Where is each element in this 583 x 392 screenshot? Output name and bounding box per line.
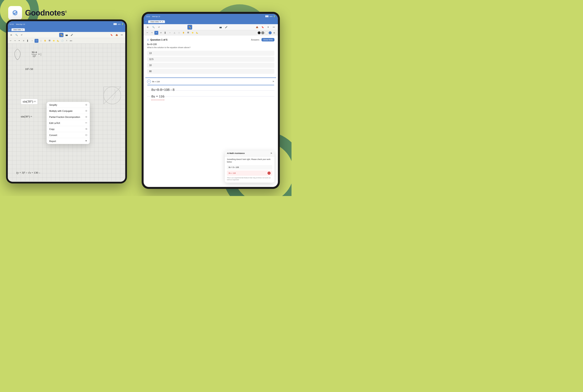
tr-color-blue[interactable] xyxy=(268,31,272,34)
app-icon xyxy=(8,6,22,20)
tl-battery-icon: 🔋 xyxy=(122,23,124,25)
tl-note-area: 36×4 12² = | 10²÷50 sin(30°) = sin(30°) … xyxy=(8,44,125,181)
tr-camera-icon[interactable]: 📷 xyxy=(218,25,223,30)
ai-panel-title: AI Math Assistance xyxy=(227,152,245,154)
ai-panel-flag-icon[interactable]: ⚑ xyxy=(270,152,272,154)
ctx-simplify-icon: ⊖ xyxy=(85,104,87,106)
ctx-copy-icon: ⧉ xyxy=(86,128,87,130)
tl-date: Wed Apr 13 xyxy=(16,23,25,25)
tl-search-icon[interactable]: 🔍 xyxy=(14,33,18,37)
ctx-edit-icon: ✏ xyxy=(85,122,87,124)
tl-signal-icon: ▊▊▊ xyxy=(114,23,117,25)
tl-undo-tool[interactable]: ↩ xyxy=(9,39,12,43)
ctx-partial-fraction[interactable]: Partial Fraction Decomposition ⊖ xyxy=(47,114,90,120)
work-flag-icon[interactable]: ⚑ xyxy=(272,80,274,83)
quiz-checkbox-icon: ☑ xyxy=(147,39,149,41)
tr-mic-icon[interactable]: 🎤 xyxy=(224,25,228,30)
hw-line2: 10²÷50 xyxy=(25,67,33,71)
answer-option-1[interactable]: 12.5 xyxy=(147,57,274,62)
tl-sticker-tool[interactable]: ⭐ xyxy=(52,39,56,43)
tl-abc-tool[interactable]: abc xyxy=(69,39,73,43)
tr-search-icon[interactable]: 🔍 xyxy=(151,25,156,30)
tablet-right-screen: 12:22 Wed Apr 13 ▊▊▊ WiFi 🔋 ⌂ Class note… xyxy=(144,14,278,187)
tl-bookmark-icon[interactable]: 🔖 xyxy=(109,33,114,37)
tl-clock-tool[interactable]: 🕐 xyxy=(60,39,64,43)
tr-ruler-tool[interactable]: 📐 xyxy=(195,31,199,35)
tr-tab-classnotes[interactable]: Class notes ▾ × xyxy=(148,20,165,23)
tl-tab-classnotes[interactable]: Class notes × xyxy=(12,28,24,31)
tr-insert-tool[interactable]: 🖼 xyxy=(186,31,190,35)
tr-pen-icon[interactable]: ✏️ xyxy=(188,25,192,30)
answer-option-2[interactable]: 10 xyxy=(147,63,274,68)
tl-refresh-icon[interactable]: ↺ xyxy=(20,33,24,37)
work-header: + 8x = 116 ⚑ xyxy=(145,80,276,84)
tr-battery-icon: 🔋 xyxy=(273,16,275,17)
tr-home-icon[interactable]: ⌂ xyxy=(145,20,146,23)
tr-undo-tool[interactable]: ↩ xyxy=(145,31,149,35)
ctx-copy[interactable]: Copy ⧉ xyxy=(47,126,90,132)
tr-signal-icon: ▊▊▊ xyxy=(265,16,268,17)
tl-circle-tool[interactable]: ○ xyxy=(30,39,34,43)
tr-redo-tool[interactable]: ↪ xyxy=(150,31,154,35)
tr-sticker-tool[interactable]: ⭐ xyxy=(191,31,194,35)
tr-circle-tool[interactable]: ○ xyxy=(168,31,172,35)
tl-grid-icon[interactable]: ⊞ xyxy=(9,33,14,37)
tl-text-tool[interactable]: T xyxy=(65,39,69,43)
tr-eraser-tool[interactable]: ⊘ xyxy=(159,31,163,35)
tr-pen-tool[interactable]: ✒ xyxy=(154,31,158,35)
tr-color-more[interactable]: ⊕ xyxy=(272,31,276,35)
tr-color-gray[interactable] xyxy=(261,31,264,34)
tr-color-white[interactable] xyxy=(265,31,268,34)
tl-tab-close[interactable]: × xyxy=(22,29,23,31)
hw-work-text: 8x+8-8=108 - 8 8x = 116 xyxy=(147,85,274,102)
tr-grid-icon[interactable]: ⊞ xyxy=(145,25,150,30)
tr-tab-close[interactable]: × xyxy=(162,21,163,23)
tr-shapes-tool[interactable]: △ xyxy=(172,31,176,35)
ctx-edit-latex[interactable]: Edit LaTeX ✏ xyxy=(47,120,90,126)
tr-tools-bar: ↩ ↪ ✒ ⊘ ▌ ○ △ ◌ ✋ 🖼 ⭐ 📐 ⊕ xyxy=(144,30,278,36)
tr-bookmark-icon[interactable]: 🔖 xyxy=(260,25,265,30)
answer-option-3[interactable]: 80 xyxy=(147,69,274,74)
tr-tab-bar: ⌂ Class notes ▾ × xyxy=(144,19,278,24)
tl-move-tool[interactable]: ✋ xyxy=(43,39,47,43)
tr-status-bar: 12:22 Wed Apr 13 ▊▊▊ WiFi 🔋 xyxy=(144,14,278,19)
tl-more-icon[interactable]: ••• xyxy=(120,33,124,37)
tl-camera-icon[interactable]: 📷 xyxy=(64,33,69,37)
tl-marker-tool[interactable]: ▌ xyxy=(26,39,30,43)
ctx-simplify[interactable]: Simplify ⊖ xyxy=(47,102,90,108)
tr-marker-tool[interactable]: ▌ xyxy=(164,31,167,35)
tl-lasso-tool[interactable]: ⬡ xyxy=(34,39,38,43)
tr-tab-dropdown[interactable]: ▾ xyxy=(160,21,161,22)
ai-math-panel: AI Math Assistance ⚑ Something doesn't l… xyxy=(225,150,274,182)
work-badge: + xyxy=(147,80,151,84)
tr-move-tool[interactable]: ✋ xyxy=(182,31,186,35)
tr-refresh-icon[interactable]: ↺ xyxy=(156,25,161,30)
tl-home-icon[interactable]: ⌂ xyxy=(9,28,10,31)
ai-message: Something doesn't look right. Please che… xyxy=(227,158,272,164)
tr-tab-label: Class notes xyxy=(150,21,159,23)
tr-more-icon[interactable]: ••• xyxy=(272,25,276,30)
ai-error-x-icon: × xyxy=(268,172,270,175)
ctx-convert[interactable]: Convert ⊡ xyxy=(47,132,90,138)
tl-image-tool[interactable]: 🖼 xyxy=(48,39,52,43)
tl-pen-tool[interactable]: ✒ xyxy=(17,39,21,43)
tl-mic-icon[interactable]: 🎤 xyxy=(70,33,74,37)
tl-eraser-tool[interactable]: ⊘ xyxy=(22,39,26,43)
logo-area: Goodnotes6 xyxy=(8,6,67,20)
tl-pen-icon[interactable]: ✏️ xyxy=(59,33,64,37)
tr-share-icon[interactable]: ⬆ xyxy=(266,25,270,30)
tl-select-tool[interactable]: ◌ xyxy=(39,39,43,43)
tr-select-tool[interactable]: ◌ xyxy=(177,31,181,35)
tl-redo-tool[interactable]: ↪ xyxy=(13,39,17,43)
show-hints-button[interactable]: Show hints xyxy=(262,38,274,42)
ctx-report[interactable]: Report ⚑ xyxy=(47,138,90,144)
tr-color-black[interactable] xyxy=(258,31,260,34)
answer-option-0[interactable]: 13 xyxy=(147,51,274,56)
tl-ruler-tool[interactable]: 📐 xyxy=(56,39,60,43)
tr-upload-icon[interactable]: 📤 xyxy=(254,25,259,30)
ctx-multiply-conjugate[interactable]: Multiply with Conjugate ⊖ xyxy=(47,108,90,114)
tl-main-toolbar: ⊞ 🔍 ↺ ✏️ 📷 🎤 🔖 📤 ••• xyxy=(8,32,125,38)
work-equation: 8x = 116 xyxy=(152,80,160,83)
hw-fraction-area: 36×4 12² = | xyxy=(32,50,41,58)
tl-share-icon[interactable]: 📤 xyxy=(114,33,119,37)
